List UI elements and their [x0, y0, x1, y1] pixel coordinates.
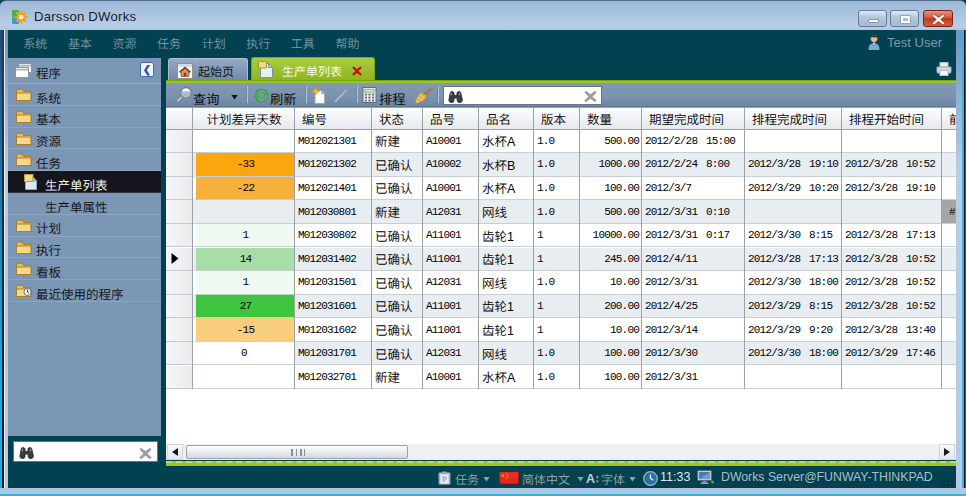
svg-text:A: A [586, 472, 595, 485]
